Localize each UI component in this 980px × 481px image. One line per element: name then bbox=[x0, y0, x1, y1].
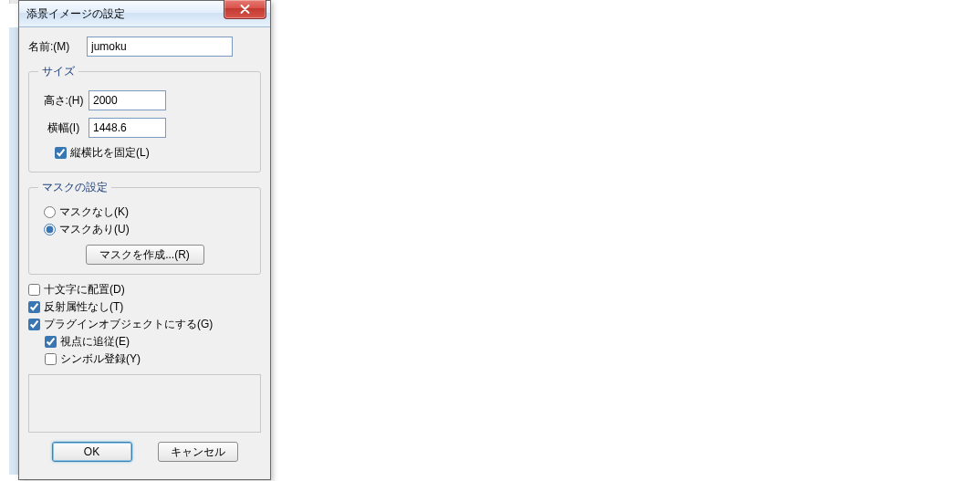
lock-aspect-input[interactable] bbox=[55, 147, 67, 159]
width-label: 横幅(I) bbox=[38, 120, 89, 136]
window-title: 添景イメージの設定 bbox=[19, 6, 125, 22]
symbol-reg-label: シンボル登録(Y) bbox=[60, 351, 141, 367]
mask-none-label: マスクなし(K) bbox=[59, 204, 129, 220]
cancel-button[interactable]: キャンセル bbox=[158, 442, 238, 462]
symbol-reg-input[interactable] bbox=[45, 353, 57, 365]
lock-aspect-label: 縦横比を固定(L) bbox=[70, 145, 150, 161]
no-reflect-input[interactable] bbox=[28, 301, 40, 313]
no-reflect-label: 反射属性なし(T) bbox=[44, 299, 123, 315]
follow-view-checkbox[interactable]: 視点に追従(E) bbox=[45, 334, 261, 350]
cross-place-label: 十文字に配置(D) bbox=[44, 282, 125, 298]
plugin-object-label: プラグインオブジェクトにする(G) bbox=[44, 317, 213, 332]
plugin-object-checkbox[interactable]: プラグインオブジェクトにする(G) bbox=[28, 317, 261, 332]
cross-place-input[interactable] bbox=[28, 284, 40, 296]
close-icon bbox=[240, 5, 250, 14]
height-label: 高さ:(H) bbox=[38, 93, 89, 109]
ok-button[interactable]: OK bbox=[52, 442, 132, 462]
mask-has-input[interactable] bbox=[44, 224, 56, 235]
mask-legend: マスクの設定 bbox=[38, 180, 111, 195]
mask-none-input[interactable] bbox=[44, 206, 56, 218]
titlebar[interactable]: 添景イメージの設定 bbox=[19, 1, 270, 27]
mask-group: マスクの設定 マスクなし(K) マスクあり(U) マスクを作成...(R) bbox=[28, 180, 261, 275]
follow-view-input[interactable] bbox=[45, 336, 57, 348]
create-mask-button[interactable]: マスクを作成...(R) bbox=[86, 245, 204, 265]
plugin-object-input[interactable] bbox=[28, 319, 40, 330]
mask-has-radio[interactable]: マスクあり(U) bbox=[44, 222, 251, 237]
name-input[interactable] bbox=[87, 37, 233, 57]
no-reflect-checkbox[interactable]: 反射属性なし(T) bbox=[28, 299, 261, 315]
cross-place-checkbox[interactable]: 十文字に配置(D) bbox=[28, 282, 261, 298]
follow-view-label: 視点に追従(E) bbox=[60, 334, 130, 350]
close-button[interactable] bbox=[224, 0, 266, 19]
options-group: 十文字に配置(D) 反射属性なし(T) プラグインオブジェクトにする(G) 視点… bbox=[28, 282, 261, 367]
name-label: 名前:(M) bbox=[28, 39, 87, 55]
symbol-reg-checkbox[interactable]: シンボル登録(Y) bbox=[45, 351, 261, 367]
preview-box bbox=[28, 374, 261, 433]
mask-none-radio[interactable]: マスクなし(K) bbox=[44, 204, 251, 220]
height-input[interactable] bbox=[89, 90, 166, 110]
lock-aspect-checkbox[interactable]: 縦横比を固定(L) bbox=[55, 145, 251, 161]
dialog-attachment-image-settings: 添景イメージの設定 名前:(M) サイズ 高さ:(H) 横幅(I) bbox=[18, 0, 271, 480]
mask-has-label: マスクあり(U) bbox=[59, 222, 130, 237]
width-input[interactable] bbox=[89, 118, 166, 138]
size-legend: サイズ bbox=[38, 64, 78, 79]
size-group: サイズ 高さ:(H) 横幅(I) 縦横比を固定(L) bbox=[28, 64, 261, 173]
